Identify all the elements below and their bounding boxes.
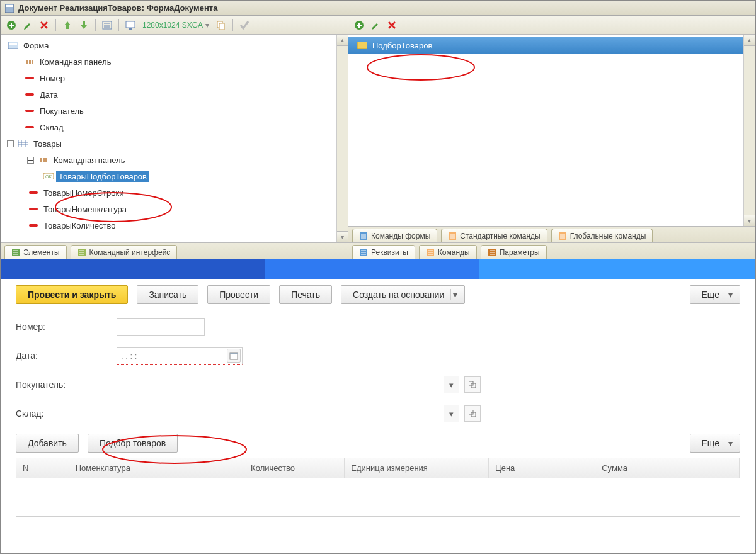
- scrollbar-v[interactable]: ▴ ▾: [743, 35, 755, 226]
- tree-row[interactable]: Командная панель: [1, 152, 348, 168]
- edit-icon[interactable]: [369, 18, 382, 32]
- calendar-icon[interactable]: [227, 349, 241, 363]
- tree-label: ТоварыНомерСтроки: [41, 188, 127, 198]
- tab[interactable]: Параметры: [481, 245, 547, 259]
- table-more-button[interactable]: Еще▾: [690, 434, 741, 453]
- save-button[interactable]: Записать: [137, 285, 198, 304]
- tree-row[interactable]: OKТоварыПодборТоваров: [1, 168, 348, 184]
- tree-row[interactable]: Склад: [1, 119, 348, 135]
- tree-label: Дата: [37, 89, 60, 100]
- buyer-label: Покупатель:: [16, 380, 117, 390]
- tree-row[interactable]: ТоварыКоличество: [1, 217, 348, 234]
- commands-tree[interactable]: ▴ ▾ ПодборТоваров: [348, 35, 755, 226]
- post-button[interactable]: Провести: [207, 285, 270, 304]
- window-icon: [4, 3, 14, 13]
- grid-body[interactable]: [16, 478, 740, 516]
- scroll-up-icon[interactable]: ▴: [337, 35, 348, 46]
- open-icon[interactable]: [464, 376, 481, 393]
- tab-label: Реквизиты: [371, 248, 408, 257]
- create-based-on-button[interactable]: Создать на основании▾: [341, 285, 465, 304]
- print-button[interactable]: Печать: [279, 285, 332, 304]
- tree-row[interactable]: Номер: [1, 70, 348, 86]
- tab[interactable]: Стандартные команды: [441, 229, 547, 242]
- right-toolbar: [348, 16, 755, 35]
- scroll-down-icon[interactable]: ▾: [744, 215, 755, 226]
- tree-row[interactable]: Товары: [1, 135, 348, 152]
- warehouse-field[interactable]: [117, 405, 444, 422]
- resolution-select[interactable]: 1280x1024 SXGA▾: [140, 21, 212, 30]
- goods-grid[interactable]: NНоменклатураКоличествоЕдиница измерения…: [16, 458, 740, 517]
- column-header[interactable]: N: [16, 458, 69, 478]
- post-and-close-button[interactable]: Провести и закрыть: [16, 285, 128, 304]
- delete-icon[interactable]: [37, 18, 51, 32]
- chevron-down-icon: ▾: [726, 438, 735, 449]
- elements-tree[interactable]: ▴ ▾ ФормаКомандная панельНомерДатаПокупа…: [1, 35, 348, 242]
- left-panel: 1280x1024 SXGA▾ ▴ ▾ ФормаКомандная панел…: [1, 16, 348, 259]
- tree-node-icon: [36, 158, 51, 162]
- tab[interactable]: Элементы: [4, 245, 67, 259]
- tab[interactable]: Команды формы: [352, 229, 437, 242]
- column-header[interactable]: Единица измерения: [345, 458, 489, 478]
- tab-icon: [426, 248, 435, 257]
- svg-rect-11: [8, 42, 18, 49]
- pick-goods-button[interactable]: Подбор товаров: [88, 434, 178, 453]
- tab-icon: [488, 248, 496, 257]
- tab[interactable]: Реквизиты: [352, 245, 415, 259]
- tab[interactable]: Глобальные команды: [551, 229, 653, 242]
- scroll-up-icon[interactable]: ▴: [744, 35, 755, 46]
- tree-node-icon: [22, 77, 37, 79]
- tree-row[interactable]: ТоварыНомерСтроки: [1, 184, 348, 201]
- tab-label: Глобальные команды: [570, 232, 646, 240]
- svg-rect-10: [219, 23, 224, 30]
- scroll-down-icon[interactable]: ▾: [337, 231, 348, 242]
- delete-icon[interactable]: [385, 18, 399, 32]
- tree-row[interactable]: Дата: [1, 86, 348, 103]
- tree-node-icon: [26, 208, 41, 210]
- add-icon[interactable]: [4, 18, 18, 32]
- tree-row[interactable]: ПодборТоваров: [348, 37, 755, 54]
- collapse-icon[interactable]: [26, 155, 35, 164]
- tab-label: Команды: [438, 248, 470, 257]
- add-row-button[interactable]: Добавить: [16, 434, 79, 453]
- dropdown-icon[interactable]: ▾: [444, 376, 459, 393]
- copy-icon[interactable]: [214, 18, 228, 32]
- scrollbar-v[interactable]: ▴ ▾: [336, 35, 348, 242]
- tab-icon: [359, 232, 368, 240]
- tree-row[interactable]: Командная панель: [1, 54, 348, 70]
- tree-row[interactable]: Покупатель: [1, 103, 348, 119]
- tree-row[interactable]: Форма: [1, 37, 348, 54]
- collapse-icon[interactable]: [6, 139, 14, 148]
- button-label: Еще: [702, 290, 720, 300]
- column-header[interactable]: Количество: [244, 458, 345, 478]
- open-icon[interactable]: [464, 405, 481, 422]
- more-button[interactable]: Еще▾: [690, 285, 741, 304]
- tab-label: Параметры: [500, 248, 540, 257]
- separator: [55, 19, 56, 31]
- date-field[interactable]: . . : :: [117, 347, 243, 365]
- svg-rect-12: [9, 43, 17, 45]
- number-field[interactable]: [117, 318, 205, 336]
- tab-icon: [77, 248, 86, 257]
- date-value: . . : :: [121, 351, 137, 361]
- move-up-icon[interactable]: [60, 18, 74, 32]
- screen-icon[interactable]: [123, 18, 137, 32]
- buyer-field[interactable]: [117, 376, 444, 393]
- list-icon[interactable]: [100, 18, 114, 32]
- tab-icon: [448, 232, 457, 240]
- tree-label: Командная панель: [51, 155, 127, 166]
- tab[interactable]: Командный интерфейс: [71, 245, 178, 259]
- column-header[interactable]: Сумма: [595, 458, 740, 478]
- dropdown-icon[interactable]: ▾: [444, 405, 459, 422]
- tab[interactable]: Команды: [419, 245, 477, 259]
- approve-icon[interactable]: [238, 18, 251, 32]
- column-header[interactable]: Цена: [489, 458, 595, 478]
- move-down-icon[interactable]: [77, 18, 91, 32]
- svg-rect-59: [230, 353, 238, 354]
- add-icon[interactable]: [352, 18, 366, 32]
- edit-icon[interactable]: [21, 18, 35, 32]
- tab-icon: [11, 248, 20, 257]
- tree-row[interactable]: ТоварыНоменклатура: [1, 201, 348, 217]
- tree-label: Покупатель: [37, 106, 86, 116]
- tree-label: Командная панель: [37, 57, 113, 67]
- column-header[interactable]: Номенклатура: [69, 458, 244, 478]
